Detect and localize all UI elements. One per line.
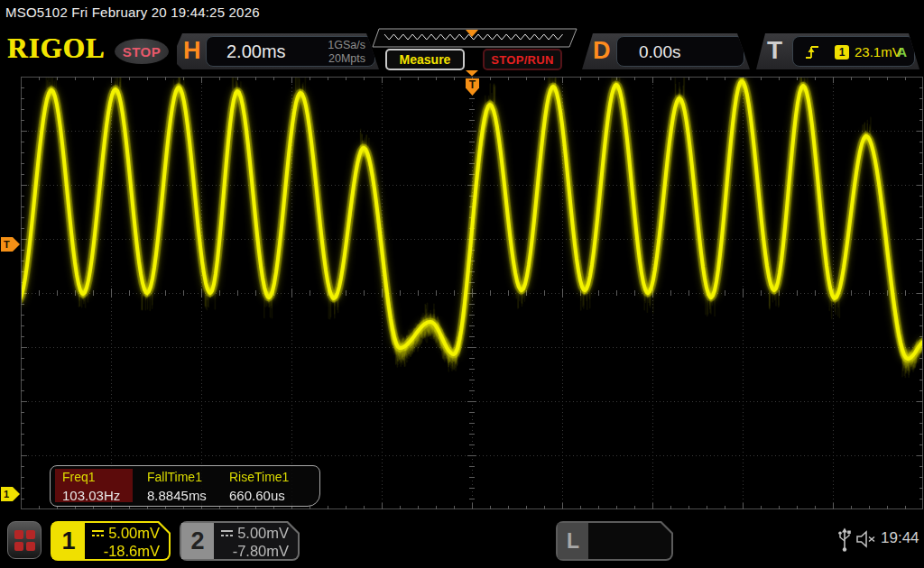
bottom-status-bar: 1 5.00mV -18.6mV 2: [0, 519, 924, 568]
logic-row1: 0 1 2 3 4 5 6 7: [596, 556, 687, 568]
top-title-bar: MSO5102 Fri February 20 19:44:25 2026: [0, 0, 924, 25]
header-bar: RIGOL STOP H 2.00ms 1GSa/s 20Mpts Measur…: [0, 25, 924, 74]
run-state-label: STOP: [123, 44, 162, 60]
stop-run-button-label: STOP/RUN: [491, 53, 553, 67]
channel1-scale-row: 5.00mV: [91, 525, 160, 542]
dc-coupling-icon: [91, 528, 105, 538]
trigger-sweep-mode: A: [897, 44, 907, 60]
trigger-source-badge: 1: [835, 45, 849, 60]
menu-square-icon: [14, 542, 23, 551]
measurement-label: Freq1: [62, 470, 96, 484]
stop-run-button[interactable]: STOP/RUN: [483, 49, 562, 70]
measurement-label: FallTime1: [147, 470, 202, 484]
trigger-label: T: [767, 36, 782, 65]
channel2-inner: 2 5.00mV -7.80mV: [181, 523, 298, 559]
logic-label: L: [558, 523, 588, 559]
dc-coupling-icon: [220, 528, 234, 538]
timebase-box[interactable]: 2.00ms 1GSa/s 20Mpts: [206, 36, 375, 67]
timebase-value: 2.00ms: [226, 41, 286, 62]
channel1-badge[interactable]: 1 5.00mV -18.6mV: [51, 521, 171, 561]
channel2-scale-row: 5.00mV: [220, 525, 289, 542]
logic-channels-badge[interactable]: L 0 1 2 3 4 5 6 7 8 9 10 11 12 13 14 15: [556, 521, 673, 561]
menu-square-icon: [14, 530, 23, 539]
grid-menu-icon[interactable]: [7, 521, 42, 559]
sample-rate: 1GSa/s: [328, 39, 365, 51]
trigger-level-value: 23.1mV: [855, 44, 901, 60]
measurement-panel[interactable]: Freq1 103.03Hz FallTime1 8.8845ms RiseTi…: [50, 465, 320, 507]
memory-waveform-bar[interactable]: [372, 28, 578, 48]
horizontal-label: H: [183, 37, 201, 65]
channel1-scale: 5.00mV: [108, 525, 160, 542]
delay-value: 0.00s: [639, 42, 680, 62]
delay-label: D: [593, 37, 611, 65]
model-and-datetime: MSO5102 Fri February 20 19:44:25 2026: [5, 5, 260, 20]
rigol-logo: RIGOL: [7, 32, 105, 65]
channel1-inner: 1 5.00mV -18.6mV: [52, 523, 169, 559]
delay-box[interactable]: 0.00s: [616, 36, 744, 67]
channel2-number: 2: [181, 523, 214, 559]
channel2-offset: -7.80mV: [233, 543, 289, 560]
trigger-box[interactable]: 1 23.1mV A: [792, 36, 915, 67]
menu-square-icon: [26, 530, 35, 539]
menu-square-icon: [26, 542, 35, 551]
trigger-level-marker[interactable]: T: [1, 237, 20, 252]
rising-edge-icon: [804, 44, 820, 60]
measurement-value: 660.60us: [229, 488, 285, 503]
delay-panel[interactable]: D 0.00s: [582, 33, 750, 69]
channel1-ground-marker[interactable]: 1: [1, 487, 20, 501]
channel2-scale: 5.00mV: [237, 525, 289, 542]
logic-channel-numbers: 0 1 2 3 4 5 6 7 8 9 10 11 12 13 14 15: [596, 527, 687, 568]
memory-depth: 20Mpts: [328, 52, 365, 65]
oscilloscope-screen: MSO5102 Fri February 20 19:44:25 2026 RI…: [0, 0, 924, 568]
run-state-badge: STOP: [115, 39, 169, 64]
trigger-panel[interactable]: T 1 23.1mV A: [756, 33, 919, 69]
logic-inner: L 0 1 2 3 4 5 6 7 8 9 10 11 12 13 14 15: [558, 523, 671, 559]
speaker-muted-icon[interactable]: [855, 530, 877, 548]
horizontal-panel[interactable]: H 2.00ms 1GSa/s 20Mpts: [177, 33, 379, 69]
measure-button-label: Measure: [400, 52, 451, 67]
channel2-badge[interactable]: 2 5.00mV -7.80mV: [180, 521, 300, 561]
measurement-value: 8.8845ms: [147, 488, 207, 503]
clock: 19:44: [881, 529, 919, 547]
measurement-label: RiseTime1: [229, 470, 289, 484]
channel1-number: 1: [52, 523, 85, 559]
waveform-display: [21, 77, 923, 509]
usb-icon: [837, 527, 852, 553]
channel1-offset: -18.6mV: [104, 543, 160, 560]
trigger-position-chevron-icon: [465, 70, 479, 77]
measurement-value: 103.03Hz: [62, 488, 120, 503]
measure-button[interactable]: Measure: [385, 49, 465, 70]
